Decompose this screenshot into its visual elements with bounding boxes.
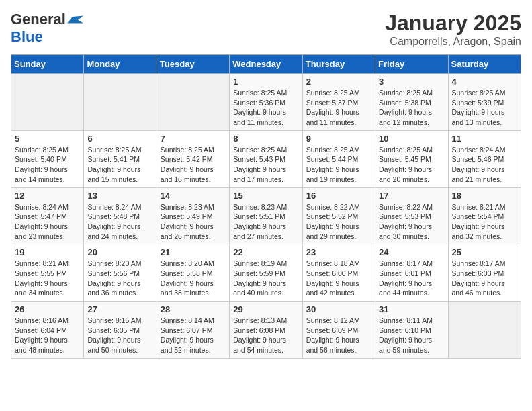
day-number: 14 [161,191,226,201]
calendar-cell: 15Sunrise: 8:23 AM Sunset: 5:51 PM Dayli… [230,187,302,244]
col-header-wednesday: Wednesday [230,55,302,74]
calendar-cell: 17Sunrise: 8:22 AM Sunset: 5:53 PM Dayli… [375,187,448,244]
calendar-cell: 2Sunrise: 8:25 AM Sunset: 5:37 PM Daylig… [302,74,375,131]
day-info: Sunrise: 8:12 AM Sunset: 6:09 PM Dayligh… [306,316,371,355]
col-header-monday: Monday [84,55,157,74]
day-number: 2 [306,77,371,87]
day-number: 7 [161,134,226,144]
col-header-friday: Friday [375,55,448,74]
calendar-cell: 7Sunrise: 8:25 AM Sunset: 5:42 PM Daylig… [157,130,229,187]
day-info: Sunrise: 8:20 AM Sunset: 5:56 PM Dayligh… [87,259,152,298]
day-number: 16 [306,191,371,201]
day-number: 27 [87,304,152,314]
day-number: 13 [87,191,152,201]
calendar-cell: 13Sunrise: 8:24 AM Sunset: 5:48 PM Dayli… [84,187,157,244]
day-info: Sunrise: 8:25 AM Sunset: 5:45 PM Dayligh… [379,145,444,185]
day-number: 30 [306,304,371,314]
day-info: Sunrise: 8:24 AM Sunset: 5:48 PM Dayligh… [87,202,152,242]
month-title: January 2025 [385,11,521,36]
calendar-cell: 6Sunrise: 8:25 AM Sunset: 5:41 PM Daylig… [84,130,157,187]
calendar-cell: 23Sunrise: 8:18 AM Sunset: 6:00 PM Dayli… [302,244,375,302]
title-block: January 2025 Camporrells, Aragon, Spain [385,11,521,48]
logo-blue: Blue [11,28,43,45]
day-number: 22 [233,247,298,257]
day-info: Sunrise: 8:21 AM Sunset: 5:55 PM Dayligh… [15,259,80,298]
calendar-cell: 29Sunrise: 8:13 AM Sunset: 6:08 PM Dayli… [230,302,302,359]
day-info: Sunrise: 8:25 AM Sunset: 5:43 PM Dayligh… [233,145,298,185]
day-number: 5 [15,134,80,144]
day-number: 28 [161,304,226,314]
calendar-cell [11,74,84,131]
day-number: 31 [379,304,444,314]
day-number: 23 [306,247,371,257]
svg-marker-0 [67,15,83,23]
day-info: Sunrise: 8:25 AM Sunset: 5:36 PM Dayligh… [233,88,298,128]
calendar-cell: 31Sunrise: 8:11 AM Sunset: 6:10 PM Dayli… [375,302,448,359]
day-number: 3 [379,77,444,87]
day-info: Sunrise: 8:25 AM Sunset: 5:42 PM Dayligh… [161,145,226,185]
header: General Blue January 2025 Camporrells, A… [11,11,521,48]
day-info: Sunrise: 8:18 AM Sunset: 6:00 PM Dayligh… [306,259,371,298]
day-number: 21 [161,247,226,257]
day-number: 26 [15,304,80,314]
logo-general: General [11,11,66,28]
calendar-cell: 30Sunrise: 8:12 AM Sunset: 6:09 PM Dayli… [302,302,375,359]
col-header-thursday: Thursday [302,55,375,74]
day-info: Sunrise: 8:25 AM Sunset: 5:44 PM Dayligh… [306,145,371,185]
day-number: 20 [87,247,152,257]
calendar-cell: 3Sunrise: 8:25 AM Sunset: 5:38 PM Daylig… [375,74,448,131]
day-number: 17 [379,191,444,201]
calendar-cell: 20Sunrise: 8:20 AM Sunset: 5:56 PM Dayli… [84,244,157,302]
location-title: Camporrells, Aragon, Spain [385,36,521,48]
day-info: Sunrise: 8:13 AM Sunset: 6:08 PM Dayligh… [233,316,298,355]
calendar-cell: 16Sunrise: 8:22 AM Sunset: 5:52 PM Dayli… [302,187,375,244]
calendar-cell: 5Sunrise: 8:25 AM Sunset: 5:40 PM Daylig… [11,130,84,187]
calendar-cell: 11Sunrise: 8:24 AM Sunset: 5:46 PM Dayli… [448,130,521,187]
day-info: Sunrise: 8:25 AM Sunset: 5:39 PM Dayligh… [452,88,517,128]
day-number: 15 [233,191,298,201]
day-number: 24 [379,247,444,257]
day-number: 29 [233,304,298,314]
day-info: Sunrise: 8:25 AM Sunset: 5:37 PM Dayligh… [306,88,371,128]
day-number: 6 [87,134,152,144]
col-header-tuesday: Tuesday [157,55,229,74]
day-info: Sunrise: 8:19 AM Sunset: 5:59 PM Dayligh… [233,259,298,298]
calendar-cell [157,74,229,131]
calendar-cell: 22Sunrise: 8:19 AM Sunset: 5:59 PM Dayli… [230,244,302,302]
calendar-cell: 8Sunrise: 8:25 AM Sunset: 5:43 PM Daylig… [230,130,302,187]
day-number: 18 [452,191,517,201]
day-info: Sunrise: 8:24 AM Sunset: 5:46 PM Dayligh… [452,145,517,185]
calendar-cell: 14Sunrise: 8:23 AM Sunset: 5:49 PM Dayli… [157,187,229,244]
day-info: Sunrise: 8:25 AM Sunset: 5:40 PM Dayligh… [15,145,80,185]
day-info: Sunrise: 8:20 AM Sunset: 5:58 PM Dayligh… [161,259,226,298]
calendar-cell: 28Sunrise: 8:14 AM Sunset: 6:07 PM Dayli… [157,302,229,359]
day-info: Sunrise: 8:23 AM Sunset: 5:51 PM Dayligh… [233,202,298,242]
calendar-cell: 9Sunrise: 8:25 AM Sunset: 5:44 PM Daylig… [302,130,375,187]
day-info: Sunrise: 8:22 AM Sunset: 5:52 PM Dayligh… [306,202,371,242]
day-number: 11 [452,134,517,144]
calendar-cell: 21Sunrise: 8:20 AM Sunset: 5:58 PM Dayli… [157,244,229,302]
calendar-cell: 1Sunrise: 8:25 AM Sunset: 5:36 PM Daylig… [230,74,302,131]
day-info: Sunrise: 8:16 AM Sunset: 6:04 PM Dayligh… [15,316,80,355]
col-header-sunday: Sunday [11,55,84,74]
day-info: Sunrise: 8:24 AM Sunset: 5:47 PM Dayligh… [15,202,80,242]
day-info: Sunrise: 8:14 AM Sunset: 6:07 PM Dayligh… [161,316,226,355]
day-number: 19 [15,247,80,257]
day-number: 10 [379,134,444,144]
calendar-cell: 10Sunrise: 8:25 AM Sunset: 5:45 PM Dayli… [375,130,448,187]
calendar-cell: 19Sunrise: 8:21 AM Sunset: 5:55 PM Dayli… [11,244,84,302]
day-info: Sunrise: 8:11 AM Sunset: 6:10 PM Dayligh… [379,316,444,355]
day-number: 4 [452,77,517,87]
col-header-saturday: Saturday [448,55,521,74]
calendar-cell: 12Sunrise: 8:24 AM Sunset: 5:47 PM Dayli… [11,187,84,244]
calendar-cell: 4Sunrise: 8:25 AM Sunset: 5:39 PM Daylig… [448,74,521,131]
calendar-cell: 25Sunrise: 8:17 AM Sunset: 6:03 PM Dayli… [448,244,521,302]
day-info: Sunrise: 8:15 AM Sunset: 6:05 PM Dayligh… [87,316,152,355]
day-number: 1 [233,77,298,87]
day-number: 9 [306,134,371,144]
calendar-table: SundayMondayTuesdayWednesdayThursdayFrid… [11,54,521,359]
logo-bird-icon [67,15,83,24]
calendar-cell: 27Sunrise: 8:15 AM Sunset: 6:05 PM Dayli… [84,302,157,359]
day-info: Sunrise: 8:17 AM Sunset: 6:03 PM Dayligh… [452,259,517,298]
day-info: Sunrise: 8:22 AM Sunset: 5:53 PM Dayligh… [379,202,444,242]
